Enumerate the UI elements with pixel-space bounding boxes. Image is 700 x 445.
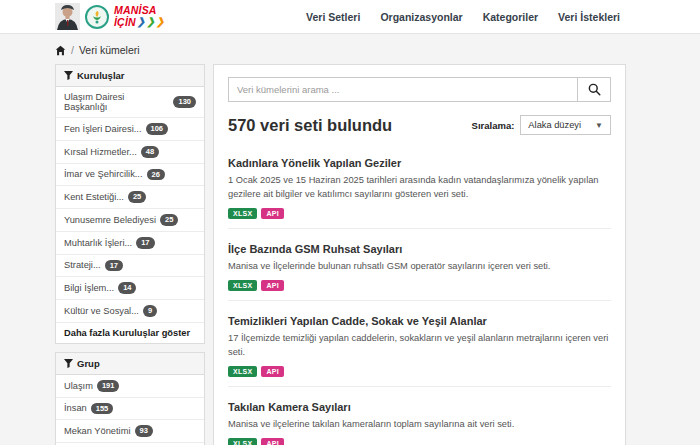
org-filter-item[interactable]: Kültür ve Sosyal... 9: [56, 300, 204, 323]
mayor-photo: [55, 3, 80, 30]
format-tag-xlsx[interactable]: XLSX: [228, 280, 257, 291]
dataset-format-tags: XLSX API: [228, 280, 611, 291]
brand-wordmark: MANİSA İÇİN ❯❯❯: [114, 5, 165, 27]
format-tag-xlsx[interactable]: XLSX: [228, 366, 257, 377]
home-icon[interactable]: [55, 45, 66, 56]
dataset-title-link[interactable]: İlçe Bazında GSM Ruhsat Sayıları: [228, 243, 402, 255]
nav-item-veri-setleri[interactable]: Veri Setleri: [306, 11, 360, 23]
nav-item-veri-istekleri[interactable]: Veri İstekleri: [558, 11, 620, 23]
count-badge: 48: [141, 146, 159, 158]
site-logo[interactable]: MANİSA İÇİN ❯❯❯: [55, 3, 165, 30]
dataset-format-tags: XLSX API: [228, 438, 611, 445]
count-badge: 17: [136, 237, 154, 249]
org-filter-item[interactable]: Fen İşleri Dairesi... 106: [56, 118, 204, 141]
group-filter-item[interactable]: Mekan Yönetimi 93: [56, 420, 204, 443]
search-row: [228, 77, 611, 102]
search-icon: [588, 83, 601, 96]
format-tag-xlsx[interactable]: XLSX: [228, 208, 257, 219]
count-badge: 191: [97, 380, 120, 392]
count-badge: 26: [147, 169, 165, 181]
organizations-filter-box: Kuruluşlar Ulaşım Dairesi Başkanlığı 130…: [55, 64, 205, 344]
format-tag-api[interactable]: API: [261, 280, 284, 291]
group-filter-item[interactable]: İnsan 155: [56, 398, 204, 421]
format-tag-api[interactable]: API: [261, 366, 284, 377]
sort-order-select[interactable]: Alaka düzeyi ▼: [520, 115, 611, 135]
org-filter-item[interactable]: Ulaşım Dairesi Başkanlığı 130: [56, 87, 204, 118]
show-more-organizations-link[interactable]: Daha fazla Kuruluşlar göster: [56, 323, 204, 343]
count-badge: 106: [146, 123, 169, 135]
main-nav: Veri Setleri Organizasyonlar Kategoriler…: [306, 11, 620, 23]
count-badge: 17: [105, 260, 123, 272]
count-badge: 25: [128, 191, 146, 203]
dataset-list-item: Temizlikleri Yapılan Cadde, Sokak ve Yeş…: [228, 301, 611, 387]
format-tag-api[interactable]: API: [261, 438, 284, 445]
municipality-emblem-icon: [85, 5, 109, 29]
count-badge: 130: [173, 96, 196, 108]
filter-icon: [64, 359, 73, 368]
dataset-title-link[interactable]: Temizlikleri Yapılan Cadde, Sokak ve Yeş…: [228, 315, 487, 327]
dataset-list: Kadınlara Yönelik Yapılan Geziler 1 Ocak…: [228, 143, 611, 445]
org-filter-item[interactable]: Kırsal Hizmetler... 48: [56, 141, 204, 164]
dataset-format-tags: XLSX API: [228, 208, 611, 219]
filters-sidebar: Kuruluşlar Ulaşım Dairesi Başkanlığı 130…: [55, 64, 205, 445]
dataset-description: 1 Ocak 2025 ve 15 Haziran 2025 tarihleri…: [228, 174, 611, 202]
brand-line2: İÇİN: [114, 17, 136, 28]
org-filter-item[interactable]: Muhtarlık İşleri... 17: [56, 232, 204, 255]
nav-item-kategoriler[interactable]: Kategoriler: [483, 11, 538, 23]
filter-icon: [64, 71, 73, 80]
brand-chevron-icon: ❯: [146, 17, 155, 28]
sort-label: Sıralama:: [472, 120, 515, 131]
count-badge: 93: [135, 425, 153, 437]
breadcrumb-separator: /: [71, 44, 74, 56]
search-button[interactable]: [577, 77, 611, 102]
dataset-list-item: Takılan Kamera Sayıları Manisa ve ilçele…: [228, 387, 611, 445]
count-badge: 9: [143, 305, 157, 317]
org-filter-item[interactable]: Strateji... 17: [56, 255, 204, 278]
org-filter-item[interactable]: İmar ve Şehircilik... 26: [56, 164, 204, 187]
format-tag-xlsx[interactable]: XLSX: [228, 438, 257, 445]
count-badge: 25: [160, 214, 178, 226]
breadcrumb: / Veri kümeleri: [0, 34, 700, 64]
dataset-title-link[interactable]: Takılan Kamera Sayıları: [228, 401, 351, 413]
org-filter-item[interactable]: Kent Estetiği... 25: [56, 186, 204, 209]
results-count-heading: 570 veri seti bulundu: [228, 116, 392, 135]
org-filter-item[interactable]: Bilgi İşlem... 14: [56, 277, 204, 300]
count-badge: 155: [91, 403, 114, 415]
results-row: 570 veri seti bulundu Sıralama: Alaka dü…: [228, 115, 611, 135]
dataset-format-tags: XLSX API: [228, 366, 611, 377]
groups-filter-header: Grup: [56, 353, 204, 375]
format-tag-api[interactable]: API: [261, 208, 284, 219]
group-filter-item[interactable]: Ulaşım 191: [56, 375, 204, 398]
dataset-search-input[interactable]: [228, 77, 577, 102]
dataset-description: 17 İlçemizde temizliği yapılan caddeleri…: [228, 332, 611, 360]
brand-chevron-icon: ❯: [137, 17, 146, 28]
dataset-description: Manisa ve ilçelerine takılan kameraların…: [228, 418, 611, 432]
sort-control: Sıralama: Alaka düzeyi ▼: [472, 115, 611, 135]
dataset-title-link[interactable]: Kadınlara Yönelik Yapılan Geziler: [228, 157, 401, 169]
content-area: Kuruluşlar Ulaşım Dairesi Başkanlığı 130…: [0, 64, 700, 445]
nav-item-organizasyonlar[interactable]: Organizasyonlar: [380, 11, 462, 23]
breadcrumb-current: Veri kümeleri: [79, 44, 140, 56]
brand-chevron-icon: ❯: [156, 17, 165, 28]
organizations-filter-header: Kuruluşlar: [56, 65, 204, 87]
dataset-description: Manisa ve İlçelerinde bulunan ruhsatlı G…: [228, 260, 611, 274]
dataset-list-item: Kadınlara Yönelik Yapılan Geziler 1 Ocak…: [228, 143, 611, 229]
count-badge: 14: [118, 282, 136, 294]
org-filter-item[interactable]: Yunusemre Belediyesi 25: [56, 209, 204, 232]
brand-line1: MANİSA: [114, 5, 165, 16]
top-header: MANİSA İÇİN ❯❯❯ Veri Setleri Organizasyo…: [0, 0, 700, 34]
dataset-results-card: 570 veri seti bulundu Sıralama: Alaka dü…: [213, 64, 626, 445]
chevron-down-icon: ▼: [595, 121, 603, 130]
dataset-list-item: İlçe Bazında GSM Ruhsat Sayıları Manisa …: [228, 229, 611, 301]
groups-filter-box: Grup Ulaşım 191 İnsan 155 Mekan Yönetimi…: [55, 352, 205, 445]
